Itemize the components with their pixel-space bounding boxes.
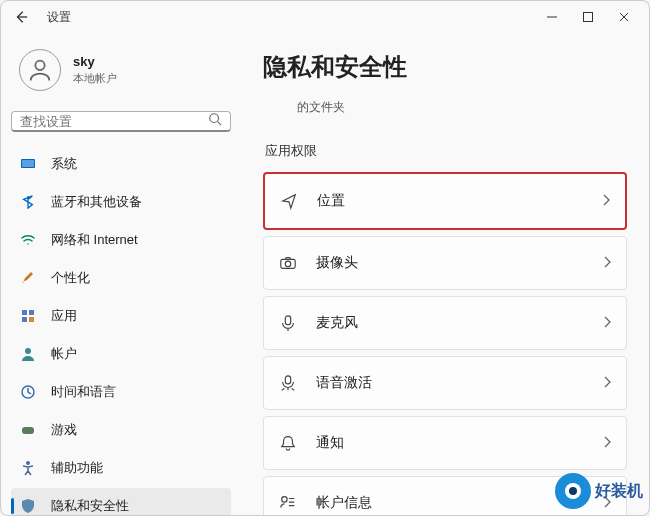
window-controls bbox=[545, 11, 641, 23]
sidebar-item-label: 个性化 bbox=[51, 269, 90, 287]
main-content: 隐私和安全性 的文件夹 应用权限 位置 摄像头 麦克风 语音激活 bbox=[241, 33, 649, 515]
sidebar-item-label: 蓝牙和其他设备 bbox=[51, 193, 142, 211]
svg-point-12 bbox=[26, 461, 30, 465]
sidebar-item-label: 辅助功能 bbox=[51, 459, 103, 477]
apps-icon bbox=[19, 307, 37, 325]
svg-point-2 bbox=[210, 114, 219, 123]
sidebar-item-label: 隐私和安全性 bbox=[51, 497, 129, 515]
account-info-icon bbox=[278, 493, 298, 513]
chevron-right-icon bbox=[602, 374, 612, 392]
svg-rect-15 bbox=[285, 316, 290, 325]
shield-icon bbox=[19, 497, 37, 515]
sidebar-item-label: 游戏 bbox=[51, 421, 77, 439]
watermark: 好装机 bbox=[555, 473, 643, 509]
chevron-right-icon bbox=[602, 314, 612, 332]
location-icon bbox=[279, 191, 299, 211]
svg-rect-0 bbox=[584, 13, 593, 22]
svg-rect-11 bbox=[22, 427, 34, 434]
back-button[interactable] bbox=[9, 5, 33, 29]
avatar-icon bbox=[26, 56, 54, 84]
chevron-right-icon bbox=[602, 254, 612, 272]
sidebar-item-personalization[interactable]: 个性化 bbox=[11, 260, 231, 296]
setting-item-label: 摄像头 bbox=[316, 254, 584, 272]
bell-icon bbox=[278, 433, 298, 453]
setting-item-notifications[interactable]: 通知 bbox=[263, 416, 627, 470]
sidebar-item-label: 时间和语言 bbox=[51, 383, 116, 401]
setting-item-label: 通知 bbox=[316, 434, 584, 452]
system-icon bbox=[19, 155, 37, 173]
truncated-text: 的文件夹 bbox=[263, 93, 627, 134]
svg-rect-7 bbox=[22, 317, 27, 322]
setting-item-microphone[interactable]: 麦克风 bbox=[263, 296, 627, 350]
section-label: 应用权限 bbox=[265, 142, 627, 160]
sidebar-item-apps[interactable]: 应用 bbox=[11, 298, 231, 334]
setting-item-label: 麦克风 bbox=[316, 314, 584, 332]
svg-point-9 bbox=[25, 348, 31, 354]
back-arrow-icon bbox=[14, 10, 28, 24]
search-input[interactable] bbox=[20, 114, 208, 129]
microphone-icon bbox=[278, 313, 298, 333]
maximize-button[interactable] bbox=[581, 11, 595, 23]
svg-rect-4 bbox=[22, 160, 34, 167]
setting-item-location[interactable]: 位置 bbox=[263, 172, 627, 230]
watermark-text: 好装机 bbox=[595, 481, 643, 502]
wifi-icon bbox=[19, 231, 37, 249]
setting-item-voice-activation[interactable]: 语音激活 bbox=[263, 356, 627, 410]
page-title: 隐私和安全性 bbox=[263, 51, 627, 83]
sidebar-item-gaming[interactable]: 游戏 bbox=[11, 412, 231, 448]
person-icon bbox=[19, 345, 37, 363]
chevron-right-icon bbox=[602, 434, 612, 452]
sidebar-item-time-language[interactable]: 时间和语言 bbox=[11, 374, 231, 410]
voice-icon bbox=[278, 373, 298, 393]
setting-item-label: 位置 bbox=[317, 192, 583, 210]
sidebar-item-accessibility[interactable]: 辅助功能 bbox=[11, 450, 231, 486]
sidebar-item-privacy[interactable]: 隐私和安全性 bbox=[11, 488, 231, 515]
search-box[interactable] bbox=[11, 111, 231, 132]
svg-rect-16 bbox=[285, 376, 290, 384]
avatar bbox=[19, 49, 61, 91]
sidebar-item-label: 网络和 Internet bbox=[51, 231, 138, 249]
setting-item-camera[interactable]: 摄像头 bbox=[263, 236, 627, 290]
svg-point-14 bbox=[285, 261, 290, 266]
watermark-icon bbox=[555, 473, 591, 509]
sidebar-item-label: 应用 bbox=[51, 307, 77, 325]
titlebar: 设置 bbox=[1, 1, 649, 33]
svg-point-17 bbox=[282, 497, 287, 502]
nav-list: 系统 蓝牙和其他设备 网络和 Internet 个性化 应用 bbox=[11, 146, 231, 515]
user-name: sky bbox=[73, 54, 117, 69]
clock-icon bbox=[19, 383, 37, 401]
user-sub: 本地帐户 bbox=[73, 71, 117, 86]
minimize-button[interactable] bbox=[545, 11, 559, 23]
setting-item-label: 帐户信息 bbox=[316, 494, 584, 512]
sidebar-item-label: 帐户 bbox=[51, 345, 77, 363]
sidebar-item-system[interactable]: 系统 bbox=[11, 146, 231, 182]
setting-item-label: 语音激活 bbox=[316, 374, 584, 392]
window-title: 设置 bbox=[47, 9, 71, 26]
sidebar-item-network[interactable]: 网络和 Internet bbox=[11, 222, 231, 258]
svg-rect-8 bbox=[29, 317, 34, 322]
game-icon bbox=[19, 421, 37, 439]
sidebar-item-label: 系统 bbox=[51, 155, 77, 173]
sidebar-item-accounts[interactable]: 帐户 bbox=[11, 336, 231, 372]
svg-rect-5 bbox=[22, 310, 27, 315]
sidebar-item-bluetooth[interactable]: 蓝牙和其他设备 bbox=[11, 184, 231, 220]
bluetooth-icon bbox=[19, 193, 37, 211]
close-button[interactable] bbox=[617, 11, 631, 23]
svg-rect-6 bbox=[29, 310, 34, 315]
camera-icon bbox=[278, 253, 298, 273]
accessibility-icon bbox=[19, 459, 37, 477]
sidebar: sky 本地帐户 系统 蓝牙和其他设备 网络和 I bbox=[1, 33, 241, 515]
chevron-right-icon bbox=[601, 192, 611, 210]
svg-point-1 bbox=[35, 61, 44, 70]
brush-icon bbox=[19, 269, 37, 287]
search-icon bbox=[208, 112, 222, 130]
user-block[interactable]: sky 本地帐户 bbox=[11, 33, 231, 111]
